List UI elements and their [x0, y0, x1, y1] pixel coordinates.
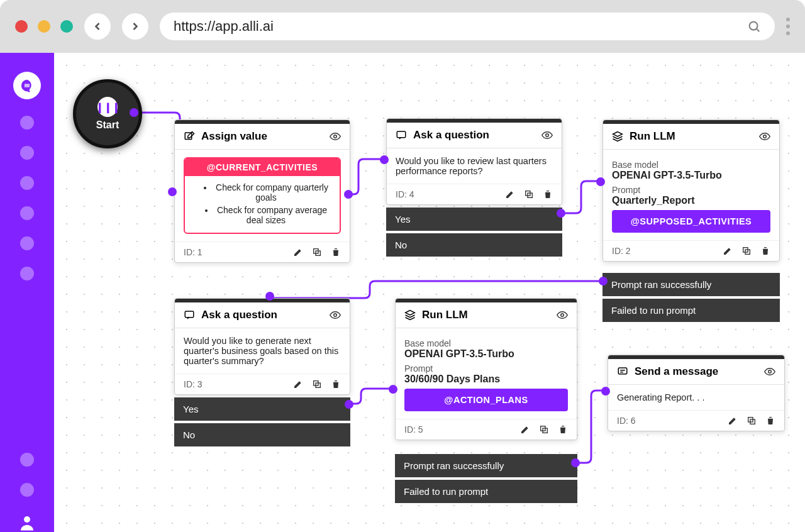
pencil-icon[interactable]: [293, 247, 303, 257]
base-model-label: Base model: [404, 338, 568, 348]
option-success[interactable]: Prompt ran successfully: [395, 454, 577, 477]
maximize-window-icon[interactable]: [60, 20, 73, 33]
copy-icon[interactable]: [312, 379, 322, 389]
layers-icon: [404, 309, 416, 321]
trash-icon[interactable]: [558, 424, 568, 435]
node-id: ID: 6: [617, 416, 636, 426]
svg-point-11: [546, 134, 549, 137]
sidebar-item[interactable]: [20, 116, 34, 130]
node-id: ID: 2: [612, 246, 631, 256]
eye-icon[interactable]: [557, 309, 568, 321]
port[interactable]: [596, 177, 605, 186]
app-logo[interactable]: [13, 72, 41, 99]
node-ask-question-1[interactable]: Ask a question Would you like to review …: [386, 118, 562, 205]
port[interactable]: [345, 400, 353, 409]
start-label: Start: [96, 119, 119, 131]
prompt-label: Prompt: [612, 185, 770, 195]
eye-icon[interactable]: [330, 309, 341, 321]
port[interactable]: [344, 190, 353, 199]
pencil-icon[interactable]: [293, 379, 303, 389]
copy-icon[interactable]: [539, 424, 549, 435]
node-run-llm-2[interactable]: Run LLM Base model OPENAI GPT-3.5-Turbo …: [395, 298, 577, 440]
sidebar-item[interactable]: [20, 146, 34, 160]
forward-button[interactable]: [122, 13, 148, 40]
flow-canvas[interactable]: ❙❙❙ Start Assign value @CURRENT_ACTIVITI…: [54, 53, 805, 532]
chat-icon: [20, 79, 34, 92]
node-title: Assign value: [201, 130, 267, 143]
option-fail[interactable]: Failed to run prompt: [602, 299, 780, 322]
svg-point-15: [763, 135, 767, 138]
close-window-icon[interactable]: [15, 20, 28, 33]
port[interactable]: [571, 458, 580, 467]
base-model-value: OPENAI GPT-3.5-Turbo: [404, 348, 568, 360]
sidebar-item[interactable]: [20, 176, 34, 190]
sidebar-item[interactable]: [20, 236, 34, 250]
copy-icon[interactable]: [741, 246, 752, 256]
node-assign-value[interactable]: Assign value @CURRENT_ACTIVITIES Check f…: [174, 119, 350, 263]
trash-icon[interactable]: [543, 189, 553, 199]
port[interactable]: [601, 387, 610, 396]
trash-icon[interactable]: [331, 379, 341, 389]
pencil-icon[interactable]: [520, 424, 530, 435]
variable-box: @CURRENT_ACTIVITIES Check for company qu…: [184, 157, 341, 234]
option-success[interactable]: Prompt ran successfully: [602, 273, 780, 296]
eye-icon[interactable]: [764, 366, 775, 377]
copy-icon[interactable]: [312, 247, 322, 257]
svg-point-29: [769, 370, 772, 374]
prompt-value: Quarterly_Report: [612, 195, 770, 206]
copy-icon[interactable]: [524, 189, 534, 199]
edit-icon: [184, 131, 195, 142]
option-no[interactable]: No: [386, 233, 562, 257]
menu-button[interactable]: [786, 18, 790, 35]
svg-rect-4: [28, 84, 30, 87]
sidebar-item[interactable]: [20, 206, 34, 220]
svg-point-19: [334, 314, 337, 317]
search-icon[interactable]: [747, 19, 761, 33]
node-ask-question-2[interactable]: Ask a question Would you like to generat…: [174, 298, 350, 395]
node-send-message[interactable]: Send a message Generating Report. . . ID…: [608, 355, 785, 431]
trash-icon[interactable]: [765, 416, 775, 426]
port[interactable]: [557, 209, 565, 218]
port[interactable]: [380, 155, 389, 164]
option-fail[interactable]: Failed to run prompt: [395, 480, 577, 503]
address-bar[interactable]: https://app.alli.ai: [160, 13, 775, 40]
node-run-llm-1[interactable]: Run LLM Base model OPENAI GPT-3.5-Turbo …: [602, 119, 780, 262]
eye-icon[interactable]: [330, 131, 341, 142]
pencil-icon[interactable]: [728, 416, 738, 426]
url-text: https://app.alli.ai: [174, 18, 274, 35]
minimize-window-icon[interactable]: [38, 20, 50, 33]
port[interactable]: [389, 385, 397, 394]
user-icon[interactable]: [18, 513, 36, 532]
chevron-left-icon: [91, 20, 104, 33]
port[interactable]: [599, 277, 608, 285]
svg-marker-22: [406, 311, 415, 316]
node-id: ID: 3: [184, 379, 203, 389]
sidebar-item[interactable]: [20, 267, 34, 280]
eye-icon[interactable]: [541, 130, 553, 141]
trash-icon[interactable]: [331, 247, 341, 257]
trash-icon[interactable]: [760, 246, 770, 256]
port[interactable]: [265, 292, 274, 301]
svg-point-23: [561, 314, 564, 317]
option-no[interactable]: No: [174, 423, 350, 446]
node-id: ID: 5: [404, 424, 423, 435]
back-button[interactable]: [84, 13, 111, 40]
base-model-value: OPENAI GPT-3.5-Turbo: [612, 170, 770, 181]
eye-icon[interactable]: [759, 131, 770, 142]
message-icon: [617, 366, 628, 377]
port[interactable]: [168, 187, 177, 196]
pencil-icon[interactable]: [505, 189, 515, 199]
svg-rect-26: [618, 368, 627, 374]
pencil-icon[interactable]: [723, 246, 733, 256]
option-yes[interactable]: Yes: [386, 208, 562, 231]
svg-rect-2: [25, 84, 26, 87]
svg-point-7: [334, 135, 337, 138]
sidebar-item[interactable]: [20, 483, 34, 497]
svg-point-0: [750, 22, 758, 30]
copy-icon[interactable]: [747, 416, 757, 426]
option-yes[interactable]: Yes: [174, 397, 350, 421]
sidebar-item[interactable]: [20, 453, 34, 467]
window-controls: [15, 20, 73, 33]
port[interactable]: [130, 108, 138, 117]
svg-point-5: [24, 516, 30, 523]
